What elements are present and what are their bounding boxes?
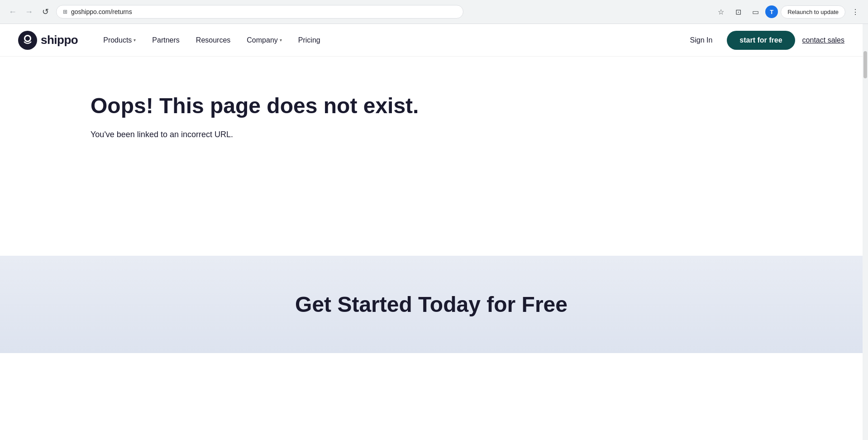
footer-cta-section: Get Started Today for Free [0, 256, 863, 353]
profile-button[interactable]: T [765, 5, 778, 18]
nav-right: Sign In start for free contact sales [683, 31, 844, 50]
bookmark-button[interactable]: ☆ [714, 5, 728, 19]
address-bar[interactable]: ⊞ goshippo.com/returns [56, 5, 463, 19]
nav-company[interactable]: Company ▾ [239, 33, 289, 48]
relaunch-button[interactable]: Relaunch to update [781, 5, 845, 19]
start-free-button[interactable]: start for free [727, 31, 795, 50]
footer-cta-heading: Get Started Today for Free [18, 292, 844, 317]
extensions-button[interactable]: ⊡ [731, 5, 745, 19]
nav-resources-label: Resources [196, 36, 230, 44]
error-subtext: You've been linked to an incorrect URL. [91, 128, 772, 141]
browser-actions: ☆ ⊡ ▭ T Relaunch to update ⋮ [714, 5, 863, 19]
site-menu-icon: ⊞ [63, 9, 67, 15]
browser-toolbar: ← → ↺ ⊞ goshippo.com/returns ☆ ⊡ ▭ T Rel… [0, 0, 868, 24]
main-content: Oops! This page does not exist. You've b… [0, 57, 863, 256]
sidebar-icon: ▭ [752, 8, 759, 16]
error-heading: Oops! This page does not exist. [91, 93, 772, 119]
svg-point-3 [25, 36, 30, 41]
products-chevron-icon: ▾ [134, 38, 136, 43]
site-navigation: shippo Products ▾ Partners Resources Com… [0, 24, 863, 57]
scrollbar[interactable] [863, 24, 868, 440]
nav-pricing-label: Pricing [298, 36, 320, 44]
scrollbar-thumb[interactable] [863, 51, 867, 78]
logo-text: shippo [41, 33, 78, 47]
nav-partners-label: Partners [152, 36, 179, 44]
nav-products[interactable]: Products ▾ [96, 33, 143, 48]
extensions-icon: ⊡ [735, 8, 741, 16]
more-options-button[interactable]: ⋮ [848, 5, 863, 19]
logo-link[interactable]: shippo [18, 31, 78, 50]
back-button[interactable]: ← [5, 5, 20, 19]
browser-content-wrapper: shippo Products ▾ Partners Resources Com… [0, 24, 868, 440]
nav-pricing[interactable]: Pricing [291, 33, 328, 48]
contact-sales-link[interactable]: contact sales [802, 36, 844, 44]
company-chevron-icon: ▾ [280, 38, 282, 43]
nav-resources[interactable]: Resources [189, 33, 238, 48]
more-options-icon: ⋮ [852, 8, 859, 16]
sign-in-link[interactable]: Sign In [683, 33, 720, 48]
reload-button[interactable]: ↺ [38, 5, 52, 19]
logo-icon [18, 31, 37, 50]
nav-buttons: ← → ↺ [5, 5, 52, 19]
browser-chrome: ← → ↺ ⊞ goshippo.com/returns ☆ ⊡ ▭ T Rel… [0, 0, 868, 24]
nav-products-label: Products [103, 36, 132, 44]
forward-button[interactable]: → [22, 5, 36, 19]
nav-partners[interactable]: Partners [145, 33, 186, 48]
nav-links: Products ▾ Partners Resources Company ▾ … [96, 33, 682, 48]
address-text: goshippo.com/returns [71, 8, 457, 15]
bookmark-icon: ☆ [718, 8, 724, 16]
sidebar-button[interactable]: ▭ [748, 5, 763, 19]
browser-content: shippo Products ▾ Partners Resources Com… [0, 24, 863, 440]
nav-company-label: Company [247, 36, 277, 44]
